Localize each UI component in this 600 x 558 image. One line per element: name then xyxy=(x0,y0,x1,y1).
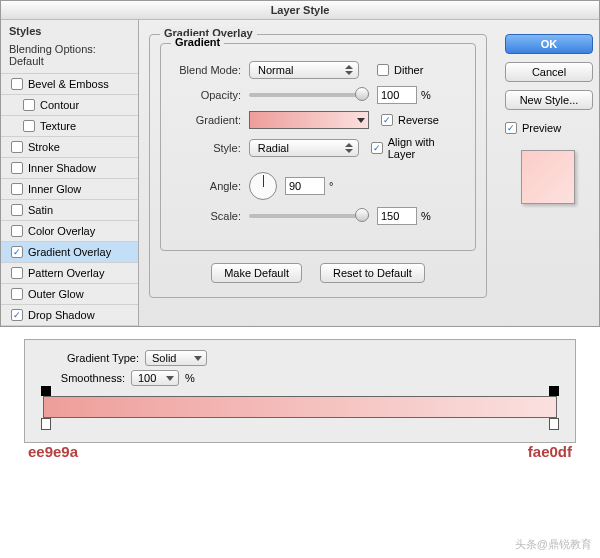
style-label: Texture xyxy=(40,120,76,132)
style-checkbox[interactable] xyxy=(11,141,23,153)
opacity-label: Opacity: xyxy=(171,89,249,101)
style-item-satin[interactable]: Satin xyxy=(1,200,138,221)
color-stop-right[interactable] xyxy=(549,418,559,430)
style-item-bevel-emboss[interactable]: Bevel & Emboss xyxy=(1,74,138,95)
new-style-button[interactable]: New Style... xyxy=(505,90,593,110)
style-checkbox[interactable] xyxy=(11,162,23,174)
style-item-contour[interactable]: Contour xyxy=(1,95,138,116)
style-checkbox[interactable] xyxy=(11,183,23,195)
preview-label: Preview xyxy=(522,122,561,134)
style-item-color-overlay[interactable]: Color Overlay xyxy=(1,221,138,242)
watermark: 头条@鼎锐教育 xyxy=(515,537,592,552)
color-stop-left[interactable] xyxy=(41,418,51,430)
style-checkbox[interactable]: ✓ xyxy=(11,309,23,321)
align-checkbox[interactable]: ✓ xyxy=(371,142,383,154)
angle-input[interactable]: 90 xyxy=(285,177,325,195)
style-item-inner-shadow[interactable]: Inner Shadow xyxy=(1,158,138,179)
style-checkbox[interactable] xyxy=(11,288,23,300)
reverse-label: Reverse xyxy=(398,114,439,126)
scale-input[interactable]: 150 xyxy=(377,207,417,225)
make-default-button[interactable]: Make Default xyxy=(211,263,302,283)
angle-label: Angle: xyxy=(171,180,249,192)
scale-slider[interactable] xyxy=(249,214,369,218)
style-item-inner-glow[interactable]: Inner Glow xyxy=(1,179,138,200)
layer-style-dialog: Layer Style Styles Blending Options: Def… xyxy=(0,0,600,327)
style-label: Gradient Overlay xyxy=(28,246,111,258)
style-label: Inner Shadow xyxy=(28,162,96,174)
style-select[interactable]: Radial xyxy=(249,139,359,157)
reset-default-button[interactable]: Reset to Default xyxy=(320,263,425,283)
opacity-slider[interactable] xyxy=(249,93,369,97)
style-label: Drop Shadow xyxy=(28,309,95,321)
style-checkbox[interactable]: ✓ xyxy=(11,246,23,258)
style-item-outer-glow[interactable]: Outer Glow xyxy=(1,284,138,305)
gradient-overlay-panel: Gradient Overlay Gradient Blend Mode: No… xyxy=(139,20,497,326)
angle-dial[interactable] xyxy=(249,172,277,200)
style-checkbox[interactable] xyxy=(23,120,35,132)
style-checkbox[interactable] xyxy=(23,99,35,111)
reverse-checkbox[interactable]: ✓ xyxy=(381,114,393,126)
sidebar-blending-options[interactable]: Blending Options: Default xyxy=(1,40,138,74)
cancel-button[interactable]: Cancel xyxy=(505,62,593,82)
gradient-subtitle: Gradient xyxy=(171,36,224,48)
gradient-type-select[interactable]: Solid xyxy=(145,350,207,366)
smoothness-label: Smoothness: xyxy=(39,372,125,384)
style-checkbox[interactable] xyxy=(11,78,23,90)
style-label: Style: xyxy=(171,142,249,154)
style-item-pattern-overlay[interactable]: Pattern Overlay xyxy=(1,263,138,284)
smoothness-input[interactable]: 100 xyxy=(131,370,179,386)
scale-label: Scale: xyxy=(171,210,249,222)
right-panel: OK Cancel New Style... ✓ Preview xyxy=(497,20,599,326)
dither-checkbox[interactable] xyxy=(377,64,389,76)
style-label: Color Overlay xyxy=(28,225,95,237)
style-label: Contour xyxy=(40,99,79,111)
sidebar-header[interactable]: Styles xyxy=(1,20,138,40)
opacity-stop-left[interactable] xyxy=(41,386,51,396)
style-item-texture[interactable]: Texture xyxy=(1,116,138,137)
gradient-label: Gradient: xyxy=(171,114,249,126)
dither-label: Dither xyxy=(394,64,423,76)
styles-sidebar: Styles Blending Options: Default Bevel &… xyxy=(1,20,139,326)
preview-swatch xyxy=(521,150,575,204)
style-item-stroke[interactable]: Stroke xyxy=(1,137,138,158)
align-label: Align with Layer xyxy=(388,136,465,160)
window-title: Layer Style xyxy=(1,1,599,20)
gradient-swatch[interactable] xyxy=(249,111,369,129)
gradient-bar[interactable] xyxy=(43,396,557,418)
style-label: Satin xyxy=(28,204,53,216)
blend-mode-label: Blend Mode: xyxy=(171,64,249,76)
style-checkbox[interactable] xyxy=(11,267,23,279)
style-label: Pattern Overlay xyxy=(28,267,104,279)
gradient-editor: Gradient Type: Solid Smoothness: 100 % xyxy=(24,339,576,443)
preview-checkbox[interactable]: ✓ xyxy=(505,122,517,134)
opacity-input[interactable]: 100 xyxy=(377,86,417,104)
style-checkbox[interactable] xyxy=(11,204,23,216)
gradient-type-label: Gradient Type: xyxy=(39,352,139,364)
style-label: Stroke xyxy=(28,141,60,153)
style-label: Bevel & Emboss xyxy=(28,78,109,90)
left-color-hex: ee9e9a xyxy=(28,443,78,460)
style-label: Outer Glow xyxy=(28,288,84,300)
ok-button[interactable]: OK xyxy=(505,34,593,54)
style-item-gradient-overlay[interactable]: ✓Gradient Overlay xyxy=(1,242,138,263)
style-item-drop-shadow[interactable]: ✓Drop Shadow xyxy=(1,305,138,326)
blend-mode-select[interactable]: Normal xyxy=(249,61,359,79)
style-label: Inner Glow xyxy=(28,183,81,195)
style-checkbox[interactable] xyxy=(11,225,23,237)
opacity-stop-right[interactable] xyxy=(549,386,559,396)
right-color-hex: fae0df xyxy=(528,443,572,460)
